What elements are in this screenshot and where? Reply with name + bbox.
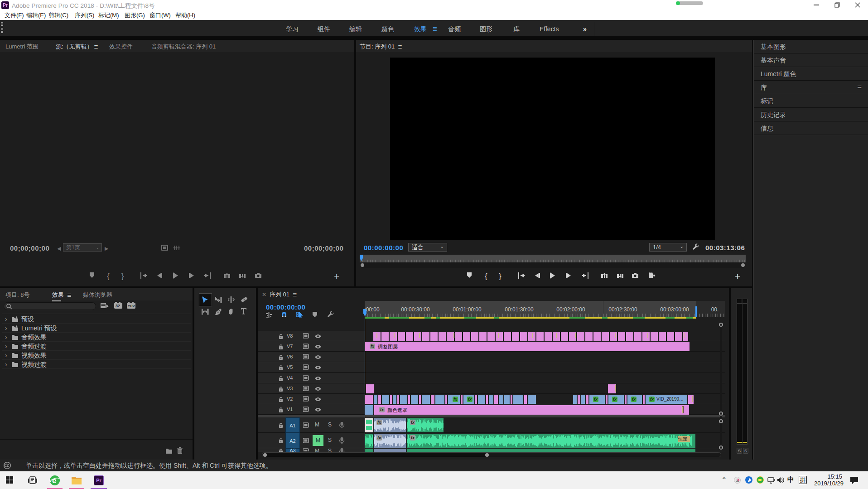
- svg-text:{: {: [485, 272, 487, 281]
- svg-text:}: }: [121, 272, 124, 281]
- svg-text:}: }: [499, 272, 502, 281]
- svg-text:e: e: [52, 476, 56, 485]
- svg-text:YUV: YUV: [128, 304, 135, 308]
- svg-text:+: +: [735, 271, 740, 281]
- svg-text:+: +: [334, 271, 339, 281]
- svg-text:{: {: [107, 272, 110, 281]
- svg-text:32: 32: [116, 304, 120, 308]
